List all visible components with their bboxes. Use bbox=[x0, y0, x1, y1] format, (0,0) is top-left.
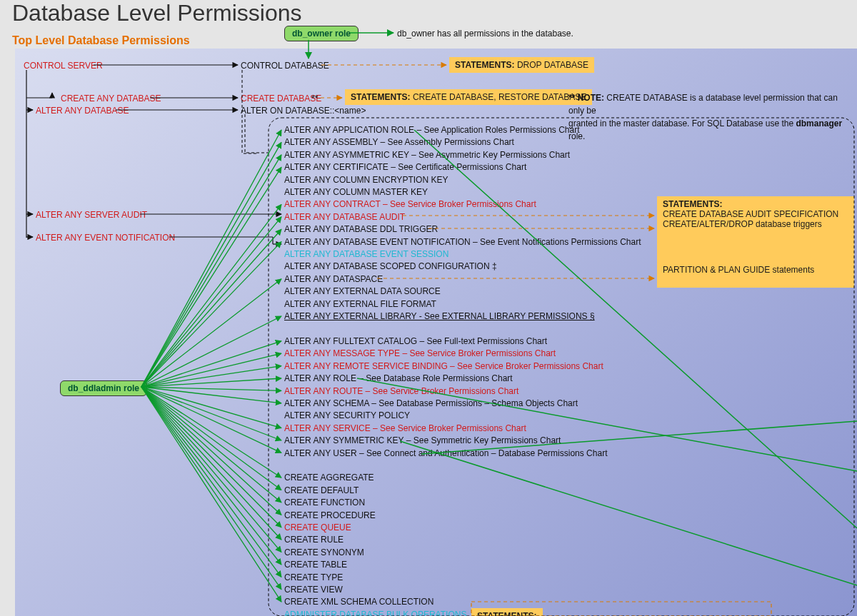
perm-control-server: CONTROL SERVER bbox=[24, 61, 103, 71]
permission-item: ALTER ANY COLUMN MASTER KEY bbox=[284, 186, 641, 198]
permission-item: CREATE DEFAULT bbox=[284, 485, 641, 497]
permission-item: ALTER ANY USER – See Connect and Authent… bbox=[284, 448, 641, 460]
permission-item: ALTER ANY DATABASE SCOPED CONFIGURATION … bbox=[284, 261, 641, 273]
permission-item: ALTER ANY ROLE – See Database Role Permi… bbox=[284, 373, 641, 385]
permission-item: CREATE FUNCTION bbox=[284, 497, 641, 509]
perm-create-database: CREATE DATABASE bbox=[241, 94, 321, 103]
permission-item: ALTER ANY CONTRACT – See Service Broker … bbox=[284, 198, 641, 211]
perm-alter-on-database: ALTER ON DATABASE::<name> bbox=[241, 106, 366, 116]
permission-item: ALTER ANY DATABASE EVENT SESSION bbox=[284, 248, 641, 261]
permission-item: ALTER ANY FULLTEXT CATALOG – See Full-te… bbox=[284, 335, 641, 348]
permission-item: ADMINISTER DATABASE BULK OPERATIONS bbox=[284, 609, 641, 616]
permission-item: ALTER ANY DATABASE EVENT NOTIFICATION – … bbox=[284, 236, 641, 248]
perm-control-database: CONTROL DATABASE bbox=[241, 61, 329, 71]
permission-item: ALTER ANY DATABASE AUDIT bbox=[284, 211, 641, 223]
page-title: Database Level Permissions bbox=[12, 0, 302, 26]
perm-create-database-note-marker: ** bbox=[311, 94, 318, 103]
statements-create-database: STATEMENTS: CREATE DATABASE, RESTORE DAT… bbox=[345, 89, 592, 105]
permission-item: ALTER ANY DATABASE DDL TRIGGER bbox=[284, 223, 641, 236]
permission-item: CREATE XML SCHEMA COLLECTION bbox=[284, 596, 641, 608]
subtitle: Top Level Database Permissions bbox=[12, 34, 190, 47]
permission-item: ALTER ANY DATASPACE bbox=[284, 273, 641, 286]
permission-item: ALTER ANY SYMMETRIC KEY – See Symmetric … bbox=[284, 435, 641, 447]
permission-item: CREATE VIEW bbox=[284, 584, 641, 596]
perm-create-any-database: CREATE ANY DATABASE bbox=[61, 94, 161, 103]
perm-alter-any-event-notification: ALTER ANY EVENT NOTIFICATION bbox=[36, 233, 175, 243]
db-owner-role-badge: db_owner role bbox=[284, 26, 359, 41]
permission-item: ALTER ANY EXTERNAL FILE FORMAT bbox=[284, 298, 641, 310]
statements-drop-database: STATEMENTS: DROP DATABASE bbox=[449, 57, 594, 73]
permission-item: ALTER ANY EXTERNAL DATA SOURCE bbox=[284, 286, 641, 298]
permission-item: ALTER ANY SCHEMA – See Database Permissi… bbox=[284, 398, 641, 410]
statements-right-box: STATEMENTS: CREATE DATABASE AUDIT SPECIF… bbox=[657, 196, 854, 288]
permission-item: CREATE RULE bbox=[284, 534, 641, 546]
permission-item: CREATE TABLE bbox=[284, 559, 641, 571]
permission-item: CREATE QUEUE bbox=[284, 522, 641, 534]
permission-item: ALTER ANY SECURITY POLICY bbox=[284, 410, 641, 422]
permission-item: ALTER ANY SERVICE – See Service Broker P… bbox=[284, 423, 641, 435]
permission-item: CREATE SYNONYM bbox=[284, 547, 641, 559]
permission-item: ALTER ANY ASSEMBLY – See Assembly Permis… bbox=[284, 136, 641, 148]
permission-item: ALTER ANY ROUTE – See Service Broker Per… bbox=[284, 385, 641, 398]
permission-item: ALTER ANY APPLICATION ROLE – See Applica… bbox=[284, 124, 641, 136]
perm-alter-any-server-audit: ALTER ANY SERVER AUDIT bbox=[36, 210, 147, 220]
permission-item: ALTER ANY EXTERNAL LIBRARY - See EXTERNA… bbox=[284, 310, 641, 323]
permission-item: ALTER ANY MESSAGE TYPE – See Service Bro… bbox=[284, 348, 641, 360]
permission-item: ALTER ANY REMOTE SERVICE BINDING – See S… bbox=[284, 360, 641, 373]
permission-item: ALTER ANY CERTIFICATE – See Certificate … bbox=[284, 161, 641, 173]
permission-item bbox=[284, 460, 641, 472]
perm-alter-any-database: ALTER ANY DATABASE bbox=[36, 106, 129, 116]
permission-item: CREATE TYPE bbox=[284, 572, 641, 584]
permission-item: ALTER ANY ASYMMETRIC KEY – See Asymmetri… bbox=[284, 149, 641, 161]
permission-item: CREATE AGGREGATE bbox=[284, 472, 641, 484]
db-ddladmin-role-badge: db_ddladmin role bbox=[60, 380, 147, 396]
permission-item: ALTER ANY COLUMN ENCRYPTION KEY bbox=[284, 174, 641, 186]
db-owner-note: db_owner has all permissions in the data… bbox=[397, 29, 573, 39]
permission-item bbox=[284, 323, 641, 335]
permissions-list: ALTER ANY APPLICATION ROLE – See Applica… bbox=[284, 124, 641, 616]
permission-item: CREATE PROCEDURE bbox=[284, 510, 641, 522]
